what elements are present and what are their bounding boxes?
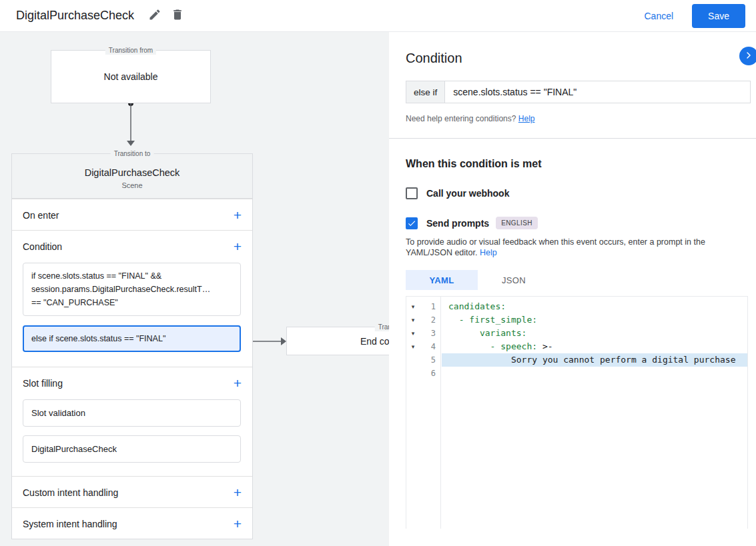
slot-validation-box[interactable]: Slot validation [23, 399, 241, 427]
condition-editor-panel: Condition else if Need help entering con… [389, 32, 756, 546]
add-on-enter-button[interactable]: + [234, 210, 242, 221]
code-line: variants: [442, 327, 747, 340]
fold-toggle-icon[interactable]: ▾ [406, 340, 420, 353]
when-condition-met-title: When this condition is met [406, 158, 739, 170]
trash-icon [171, 8, 184, 23]
edit-title-button[interactable] [143, 5, 166, 27]
editor-line[interactable]: 6 [406, 367, 747, 380]
custom-intent-label: Custom intent handling [23, 487, 118, 498]
editor-line[interactable]: ▾2 - first_simple: [406, 313, 747, 327]
fold-toggle-icon[interactable]: ▾ [406, 327, 420, 340]
page-title: DigitalPurchaseCheck [16, 9, 134, 23]
send-prompts-label: Send prompts [426, 218, 489, 229]
add-system-intent-button[interactable]: + [234, 519, 242, 529]
tab-json[interactable]: JSON [478, 270, 550, 290]
panel-title: Condition [406, 51, 739, 66]
condition-prefix-label: else if [406, 81, 444, 103]
line-number: 2 [420, 313, 441, 327]
scene-card-header[interactable]: Transition to DigitalPurchaseCheck Scene [12, 154, 252, 199]
section-system-intent: System intent handling + [12, 507, 252, 539]
line-number: 4 [420, 340, 441, 353]
webhook-check-row: Call your webhook [406, 187, 739, 199]
fold-toggle-icon[interactable]: ▾ [406, 300, 420, 313]
send-prompts-checkbox-checked[interactable] [406, 217, 418, 229]
transition-to-label: Transition to [111, 149, 154, 158]
fold-spacer [406, 353, 420, 367]
section-condition: Condition + if scene.slots.status == "FI… [12, 230, 252, 352]
tab-yaml[interactable]: YAML [406, 270, 478, 290]
condition-if-line-2: session.params.DigitalPurchaseCheck.resu… [31, 283, 232, 296]
slot-digitalpurchasecheck-box[interactable]: DigitalPurchaseCheck [23, 435, 241, 463]
transition-from-value: Not available [51, 51, 210, 103]
transition-from-label: Transition from [105, 46, 156, 55]
condition-if-line-1: if scene.slots.status == "FINAL" && [31, 269, 232, 283]
webhook-checkbox-unchecked[interactable] [406, 187, 418, 199]
on-enter-label: On enter [23, 210, 59, 221]
scene-card-title: DigitalPurchaseCheck [19, 167, 246, 178]
language-badge: ENGLISH [496, 217, 538, 229]
condition-expression-input[interactable] [444, 81, 751, 103]
editor-line[interactable]: ▾1candidates: [406, 300, 747, 313]
code-line: - first_simple: [442, 313, 747, 327]
condition-if-box[interactable]: if scene.slots.status == "FINAL" && sess… [23, 263, 241, 316]
section-custom-intent: Custom intent handling + [12, 476, 252, 507]
editor-line[interactable]: ▾4 - speech: >- [406, 340, 747, 353]
scene-card: Transition to DigitalPurchaseCheck Scene… [11, 153, 253, 539]
line-number: 6 [420, 367, 441, 380]
cancel-button[interactable]: Cancel [644, 11, 673, 21]
code-line: Sorry you cannot perform a digital purch… [442, 353, 747, 367]
line-number: 3 [420, 327, 441, 340]
pencil-icon [148, 8, 161, 23]
prompt-help-link[interactable]: Help [480, 248, 497, 257]
section-on-enter: On enter + [12, 199, 252, 230]
add-condition-button[interactable]: + [234, 241, 242, 252]
editor-line[interactable]: ▾3 variants: [406, 327, 747, 340]
editor-line[interactable]: 5 Sorry you cannot perform a digital pur… [406, 353, 747, 367]
condition-help-link[interactable]: Help [518, 114, 535, 123]
line-number: 1 [420, 300, 441, 313]
condition-help-line: Need help entering conditions? Help [406, 114, 739, 123]
panel-divider [389, 138, 756, 139]
condition-label: Condition [23, 241, 62, 252]
topbar: DigitalPurchaseCheck Cancel Save [0, 0, 756, 32]
end-conversation-node[interactable]: Transition to End conversation [286, 327, 389, 355]
slot-filling-label: Slot filling [23, 378, 63, 389]
condition-elseif-box-selected[interactable]: else if scene.slots.status == "FINAL" [23, 325, 241, 352]
fold-toggle-icon[interactable]: ▾ [406, 313, 420, 327]
prompt-description: To provide audio or visual feedback when… [406, 237, 739, 258]
scene-card-subtitle: Scene [19, 181, 246, 189]
webhook-label: Call your webhook [426, 188, 509, 199]
fold-spacer [406, 367, 420, 380]
content: Transition from Not available Transition… [0, 32, 756, 546]
transition-from-node[interactable]: Transition from Not available [51, 50, 211, 103]
condition-input-row: else if [406, 81, 751, 103]
chevron-right-icon [743, 50, 754, 63]
editor-tabs: YAML JSON [406, 270, 739, 290]
line-number: 5 [420, 353, 441, 367]
yaml-editor-lines: ▾1candidates:▾2 - first_simple:▾3 varian… [406, 297, 747, 380]
scene-graph-canvas[interactable]: Transition from Not available Transition… [0, 32, 389, 546]
code-line: candidates: [442, 300, 747, 313]
code-line [442, 367, 747, 380]
delete-scene-button[interactable] [166, 5, 189, 27]
collapse-panel-button[interactable] [739, 47, 756, 65]
condition-if-line-3: == "CAN_PURCHASE" [31, 296, 232, 309]
system-intent-label: System intent handling [23, 519, 117, 529]
checkmark-icon [407, 219, 416, 228]
end-node-value: End conversation [287, 327, 389, 355]
save-button[interactable]: Save [692, 4, 745, 28]
section-slot-filling: Slot filling + Slot validation DigitalPu… [12, 367, 252, 463]
yaml-editor[interactable]: ▾1candidates:▾2 - first_simple:▾3 varian… [406, 296, 748, 529]
prompt-description-text: To provide audio or visual feedback when… [406, 237, 705, 257]
add-slot-button[interactable]: + [234, 378, 242, 389]
send-prompts-check-row: Send prompts ENGLISH [406, 217, 739, 229]
end-node-transition-label: Transition to [375, 323, 389, 331]
add-custom-intent-button[interactable]: + [234, 487, 242, 498]
code-line: - speech: >- [442, 340, 747, 353]
condition-help-text: Need help entering conditions? [406, 114, 516, 123]
